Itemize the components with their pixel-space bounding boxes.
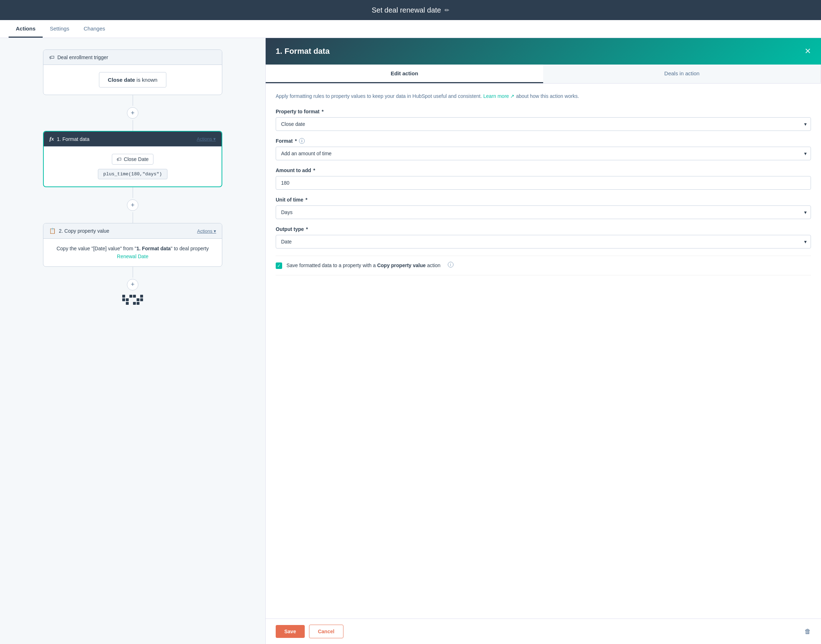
close-panel-button[interactable]: ✕ [804,47,811,56]
required-star-5: * [306,226,308,232]
unit-select[interactable]: Days [276,205,811,219]
required-star-3: * [313,167,315,173]
tab-deals-in-action[interactable]: Deals in action [543,64,821,83]
main-layout: 🏷 Deal enrollment trigger Close date is … [0,38,821,644]
copy-header: 📋 2. Copy property value Actions ▾ [43,223,222,239]
right-panel-header: 1. Format data ✕ [266,38,821,64]
format-property-badge: 🏷 Close Date [112,154,153,165]
copy-title: 2. Copy property value [59,228,109,234]
tab-settings[interactable]: Settings [43,20,77,38]
enrollment-title: Deal enrollment trigger [57,55,108,60]
format-code: plus_time(180,"days") [98,169,167,179]
save-checkbox-label: Save formatted data to a property with a… [286,262,441,269]
copy-text-1: Copy the value "[Date] value" from " [57,245,136,251]
amount-input[interactable] [276,176,811,190]
checkbox-info-icon[interactable]: i [448,262,453,267]
output-type-label: Output type * [276,226,811,232]
condition-rest: is known [136,77,158,83]
save-button[interactable]: Save [276,625,305,638]
format-actions-button[interactable]: Actions ▾ [197,136,216,142]
connector-1 [133,95,133,106]
output-type-select-wrapper: Date [276,235,811,248]
format-property-icon: 🏷 [116,156,121,162]
enrollment-header: 🏷 Deal enrollment trigger [43,50,222,65]
required-star-4: * [305,197,307,202]
unit-label: Unit of time * [276,197,811,202]
copy-bold: 1. Format data [136,245,171,251]
format-property-label: Close Date [124,156,149,162]
save-checkbox-row: ✓ Save formatted data to a property with… [276,256,811,275]
connector-4 [133,212,133,223]
condition-bold: Close date [108,77,135,83]
property-to-format-select[interactable]: Close date [276,117,811,131]
cancel-button[interactable]: Cancel [309,625,343,638]
right-panel-content: Apply formatting rules to property value… [266,84,821,618]
property-to-format-label: Property to format * [276,109,811,114]
edit-title-icon[interactable]: ✏ [444,7,449,14]
format-info-icon[interactable]: i [299,138,305,144]
format-node: fx 1. Format data Actions ▾ 🏷 Close Date… [43,131,222,187]
add-step-1-button[interactable]: + [127,107,138,119]
top-bar: Set deal renewal date ✏ [0,0,821,20]
workflow-canvas: 🏷 Deal enrollment trigger Close date is … [0,38,265,644]
tab-changes[interactable]: Changes [77,20,112,38]
workflow-nodes: 🏷 Deal enrollment trigger Close date is … [43,49,222,305]
connector-2 [133,120,133,131]
save-checkbox[interactable]: ✓ [276,262,282,269]
delete-button[interactable]: 🗑 [804,628,811,635]
description-end: about how this action works. [516,93,579,99]
tab-actions[interactable]: Actions [9,20,43,38]
right-panel: 1. Format data ✕ Edit action Deals in ac… [265,38,821,644]
copy-actions-button[interactable]: Actions ▾ [197,228,216,234]
format-select-wrapper: Add an amount of time [276,147,811,160]
enrollment-condition: Close date is known [99,72,166,87]
format-header: fx 1. Format data Actions ▾ [44,132,222,147]
add-step-2-button[interactable]: + [127,199,138,211]
enrollment-body: Close date is known [43,65,222,95]
copy-node: 📋 2. Copy property value Actions ▾ Copy … [43,223,222,267]
format-select[interactable]: Add an amount of time [276,147,811,160]
enrollment-icon: 🏷 [49,54,55,60]
required-star-2: * [295,138,297,144]
amount-group: Amount to add * [276,167,811,190]
right-footer: Save Cancel 🗑 [266,618,821,644]
workflow-title: Set deal renewal date [372,6,441,14]
property-to-format-group: Property to format * Close date [276,109,811,131]
enrollment-node: 🏷 Deal enrollment trigger Close date is … [43,49,222,95]
unit-group: Unit of time * Days [276,197,811,219]
copy-text-2: " to deal property [171,245,209,251]
output-type-group: Output type * Date [276,226,811,248]
description-text: Apply formatting rules to property value… [276,93,483,99]
property-to-format-select-wrapper: Close date [276,117,811,131]
description: Apply formatting rules to property value… [276,92,811,100]
qr-decoration [122,295,143,305]
copy-body: Copy the value "[Date] value" from "1. F… [43,239,222,267]
connector-5 [133,267,133,278]
add-step-3-button[interactable]: + [127,279,138,290]
format-title: 1. Format data [57,136,90,142]
format-label: Format * i [276,138,811,144]
format-group: Format * i Add an amount of time [276,138,811,160]
connector-3 [133,187,133,198]
copy-link[interactable]: Renewal Date [117,253,149,259]
learn-more-link[interactable]: Learn more ↗ [483,93,515,99]
tab-edit-action[interactable]: Edit action [266,64,543,83]
output-type-select[interactable]: Date [276,235,811,248]
amount-label: Amount to add * [276,167,811,173]
format-body: 🏷 Close Date plus_time(180,"days") [44,147,222,187]
unit-select-wrapper: Days [276,205,811,219]
copy-icon: 📋 [49,228,56,234]
right-panel-title: 1. Format data [276,47,329,56]
tab-bar: Actions Settings Changes [0,20,821,38]
right-tabs: Edit action Deals in action [266,64,821,84]
format-icon: fx [49,136,54,142]
required-star-1: * [322,109,323,114]
